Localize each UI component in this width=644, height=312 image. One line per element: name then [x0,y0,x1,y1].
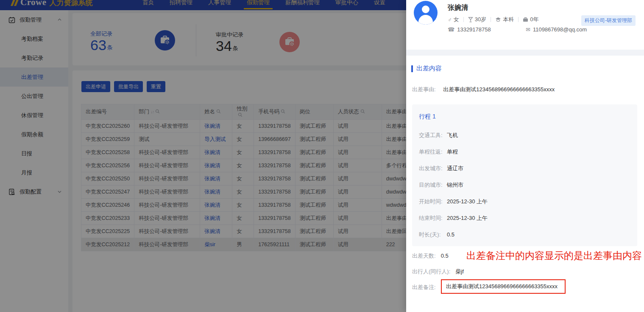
trip-field-row: 单程往返:单程 [419,148,458,156]
employee-name: 张婉清 [448,3,468,12]
department-tag: 科技公司-研发管理部 [581,15,636,26]
trip-field-value: 通辽市 [447,165,463,171]
experience-value: 0年 [530,16,538,23]
phone-icon: ☎ [448,26,454,33]
trip-field-row: 目的城市:锦州市 [419,181,463,189]
trip-field-value: 0.5 [447,231,454,238]
employee-meta: ♂ 女 30岁 本科 0年 [448,16,538,23]
section-title-bar [411,65,413,72]
red-annotation-text: 出差备注中的内容显示的是出差事由内容 [466,248,644,263]
trip-content-section-title: 出差内容 [411,65,442,73]
trip-field-label: 时长(天): [419,231,446,239]
trip-reason-row: 出差事由: 出差事由测试1234568966966666663355xxxx [412,86,555,93]
trip-summary-row: 出行人(同行人):柴jf [412,268,464,275]
trip-field-value: 2025-12-30 上午 [447,198,488,205]
trip-field-label: 出发城市: [419,165,446,172]
phone-value: 13329178758 [457,26,491,33]
trip-field-row: 开始时间:2025-12-30 上午 [419,198,488,205]
trip-summary-row: 出差备注:出差事由测试1234568966966666663355xxxx [412,284,441,291]
trip-1-title: 行程 1 [419,113,436,121]
trip-remark-value: 出差事由测试1234568966966666663355xxxx [446,283,558,290]
trip-reason-label: 出差事由: [412,86,436,93]
trip-field-row: 时长(天):0.5 [419,231,454,239]
summary-label: 出行人(同行人): [412,268,450,275]
education-value: 本科 [503,16,514,23]
summary-value: 0.5 [441,253,449,259]
goblet-icon [468,17,473,22]
annotation-box: 出差事由测试1234568966966666663355xxxx [441,279,566,294]
trip-field-row: 结束时间:2025-12-30 上午 [419,214,488,222]
email-value: 1109867698@qq.com [533,26,587,33]
avatar [414,1,438,25]
trip-field-value: 锦州市 [447,182,463,188]
briefcase-icon [523,17,528,22]
trip-field-label: 开始时间: [419,198,446,205]
summary-value: 柴jf [455,268,464,275]
graduation-cap-icon [495,17,501,22]
trip-field-value: 单程 [447,149,458,155]
gender-value: 女 [454,16,459,23]
mail-icon: ✉ [526,26,530,33]
male-icon: ♂ [448,17,452,23]
trip-field-label: 结束时间: [419,214,446,222]
section-separator [406,50,644,56]
trip-field-row: 出发城市:通辽市 [419,165,463,172]
age-value: 30岁 [475,16,486,23]
trip-field-label: 目的城市: [419,181,446,189]
trip-field-label: 单程往返: [419,148,446,156]
trip-reason-value: 出差事由测试1234568966966666663355xxxx [443,86,555,93]
trip-field-label: 交通工具: [419,132,446,139]
summary-label: 出差备注: [412,284,436,290]
trip-summary-row: 出差天数:0.5 [412,252,449,260]
trip-field-value: 2025-12-30 上午 [447,215,488,221]
summary-label: 出差天数: [412,253,436,259]
trip-field-row: 交通工具:飞机 [419,132,458,139]
trip-detail-drawer: 张婉清 ♂ 女 30岁 本科 0年 科技公司-研发管理部 ☎ 133291787… [406,0,644,312]
trip-field-value: 飞机 [447,132,458,138]
trip-1-card: 行程 1 交通工具:飞机单程往返:单程出发城市:通辽市目的城市:锦州市开始时间:… [412,104,637,246]
